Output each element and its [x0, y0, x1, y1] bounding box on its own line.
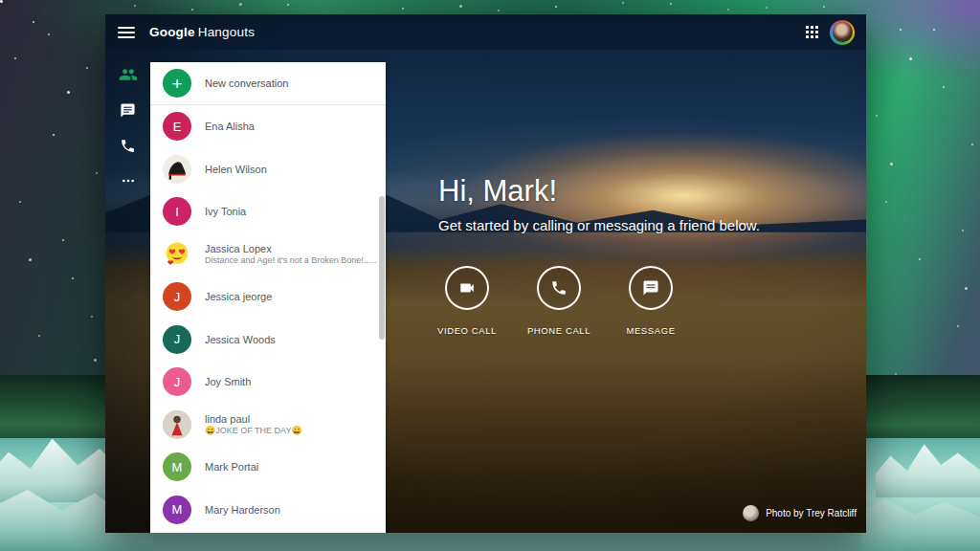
contacts-icon[interactable]: [117, 63, 140, 86]
contact-name: Helen Wilson: [205, 164, 267, 175]
conversation-item[interactable]: M Mary Harderson: [150, 489, 386, 532]
contact-name: Jessica Woods: [205, 334, 276, 345]
conversation-list-panel: + New conversation E Ena Alisha Helen Wi…: [150, 62, 386, 533]
woman-in-red-photo: [163, 410, 191, 439]
new-conversation-button[interactable]: + New conversation: [150, 62, 386, 105]
plus-icon: +: [163, 69, 191, 98]
phone-call-button[interactable]: PHONE CALL: [530, 266, 588, 336]
contact-name: linda paul: [205, 413, 302, 425]
greeting-text: Hi, Mark!: [438, 174, 557, 209]
phone-call-label: PHONE CALL: [527, 325, 590, 336]
avatar-initial: M: [172, 502, 183, 517]
contact-name: Jessica jeorge: [205, 291, 272, 302]
desktop-background: GoogleHangouts + New con: [0, 0, 980, 551]
conversation-item[interactable]: M Mark Portai: [150, 446, 386, 489]
message-icon: [642, 279, 659, 297]
heart-eyes-emoji-icon: [163, 240, 191, 269]
high-heel-shoe-icon: [163, 155, 191, 184]
contact-name: Ena Alisha: [205, 121, 255, 132]
avatar: I: [163, 197, 191, 226]
conversation-item[interactable]: J Jessica Woods: [150, 319, 386, 362]
avatar: E: [163, 112, 191, 141]
video-call-button[interactable]: VIDEO CALL: [438, 266, 496, 336]
scrollbar[interactable]: [379, 196, 385, 340]
video-call-label: VIDEO CALL: [437, 325, 497, 336]
hamburger-menu-icon[interactable]: [118, 27, 135, 38]
more-options-icon[interactable]: [117, 169, 140, 192]
avatar-initial: J: [174, 375, 181, 389]
photo-credit: Photo by Trey Ratcliff: [743, 505, 857, 521]
app-title-brand: Google: [149, 25, 195, 39]
contact-name: Jassica Lopex: [205, 243, 386, 254]
avatar: J: [163, 325, 191, 354]
top-app-bar: GoogleHangouts: [105, 14, 866, 50]
contact-name: Mary Harderson: [205, 504, 280, 516]
phone-call-icon: [550, 279, 568, 297]
welcome-area: Hi, Mark! Get started by calling or mess…: [386, 50, 866, 533]
message-label: MESSAGE: [626, 325, 675, 336]
message-button[interactable]: MESSAGE: [622, 266, 679, 336]
avatar: [163, 410, 191, 439]
avatar: M: [163, 452, 191, 481]
stars: [0, 0, 3, 3]
avatar: [163, 155, 191, 184]
avatar-initial: J: [174, 332, 181, 346]
account-avatar[interactable]: [830, 20, 855, 45]
app-title: GoogleHangouts: [149, 25, 255, 39]
conversation-item[interactable]: linda paul😄JOKE OF THE DAY😄: [150, 404, 386, 447]
chat-icon[interactable]: [117, 99, 140, 121]
avatar: [163, 240, 191, 269]
new-conversation-label: New conversation: [205, 77, 288, 89]
conversation-item[interactable]: J Jessica jeorge: [150, 276, 386, 319]
contact-snippet: Distance and Age! it's not a Broken Bone…: [205, 255, 386, 265]
photo-credit-text: Photo by Trey Ratcliff: [766, 508, 857, 518]
quick-actions: VIDEO CALL PHONE CALL MESSAGE: [438, 266, 679, 336]
contact-name: Joy Smith: [205, 376, 251, 387]
avatar-initial: M: [172, 460, 183, 474]
avatar: J: [163, 282, 191, 311]
hangouts-window: GoogleHangouts + New con: [105, 14, 866, 533]
conversation-item[interactable]: Jassica LopexDistance and Age! it's not …: [150, 233, 386, 276]
conversation-item[interactable]: E Ena Alisha: [150, 105, 386, 148]
conversation-item[interactable]: J Joy Smith: [150, 361, 386, 404]
phone-icon[interactable]: [117, 134, 140, 157]
google-apps-icon[interactable]: [806, 26, 818, 38]
video-call-icon: [458, 279, 476, 297]
avatar-initial: J: [174, 290, 181, 304]
avatar: J: [163, 367, 191, 396]
photographer-avatar: [743, 505, 759, 521]
avatar-initial: E: [173, 120, 182, 134]
app-title-product: Hangouts: [198, 25, 255, 39]
greeting-subtitle: Get started by calling or messaging a fr…: [438, 217, 760, 233]
avatar-photo: [833, 22, 853, 42]
conversation-item[interactable]: Helen Wilson: [150, 148, 386, 191]
contact-name: Mark Portai: [205, 461, 258, 473]
contact-snippet: 😄JOKE OF THE DAY😄: [205, 426, 302, 435]
contact-name: Ivy Tonia: [205, 206, 246, 217]
left-navigation-rail: [105, 50, 150, 533]
avatar-initial: I: [175, 205, 179, 219]
conversation-item[interactable]: I Ivy Tonia: [150, 190, 386, 233]
avatar: M: [163, 496, 191, 524]
